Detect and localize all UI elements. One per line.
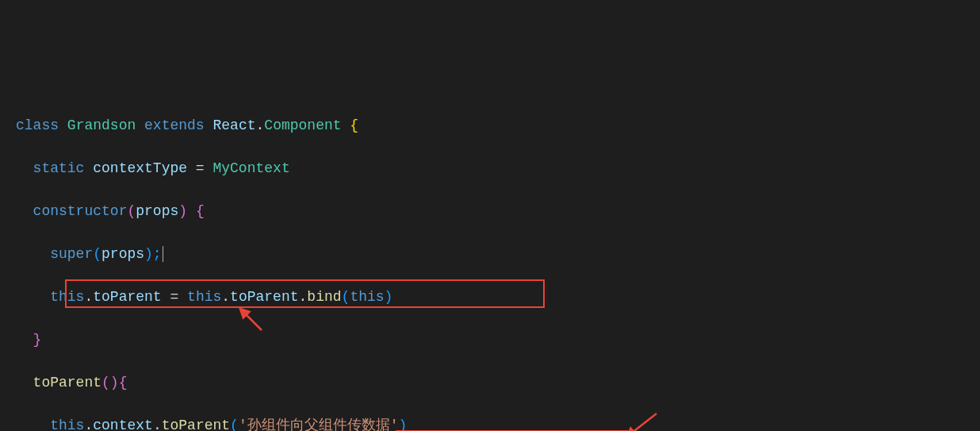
cursor <box>163 246 163 262</box>
mycontext-ref: MyContext <box>212 160 289 176</box>
param-props: props <box>136 203 178 219</box>
arg-props: props <box>101 246 144 262</box>
keyword-this: this <box>50 418 84 431</box>
code-line: super(props); <box>16 244 964 265</box>
code-line: constructor(props) { <box>16 201 964 222</box>
keyword-super: super <box>50 246 93 262</box>
code-line: this.toParent = this.toParent.bind(this) <box>16 287 964 308</box>
prop-toparent: toParent <box>230 289 298 305</box>
code-line: toParent(){ <box>16 372 964 394</box>
keyword-this: this <box>50 289 84 305</box>
method-toparent-call: toParent <box>162 418 230 431</box>
keyword-this: this <box>187 289 221 305</box>
keyword-constructor: constructor <box>33 203 128 219</box>
prop-toparent: toParent <box>93 289 161 305</box>
prop-contexttype: contextType <box>93 160 187 176</box>
code-line: } <box>16 329 964 351</box>
react-namespace: React <box>213 117 256 133</box>
method-bind: bind <box>307 289 341 305</box>
code-editor[interactable]: class Grandson extends React.Component {… <box>16 94 964 431</box>
keyword-static: static <box>33 160 85 176</box>
code-line: static contextType = MyContext <box>16 158 964 179</box>
code-line: this.context.toParent('孙组件向父组件传数据') <box>16 415 964 431</box>
keyword-class: class <box>16 117 59 133</box>
code-line: class Grandson extends React.Component { <box>16 115 964 137</box>
class-name: Grandson <box>67 117 136 133</box>
keyword-this: this <box>350 289 384 305</box>
svg-line-1 <box>244 313 262 330</box>
string-arg: '孙组件向父组件传数据' <box>239 418 399 431</box>
method-toparent: toParent <box>33 375 101 391</box>
prop-context: context <box>93 418 153 431</box>
keyword-extends: extends <box>144 117 205 133</box>
component-class: Component <box>264 117 341 133</box>
